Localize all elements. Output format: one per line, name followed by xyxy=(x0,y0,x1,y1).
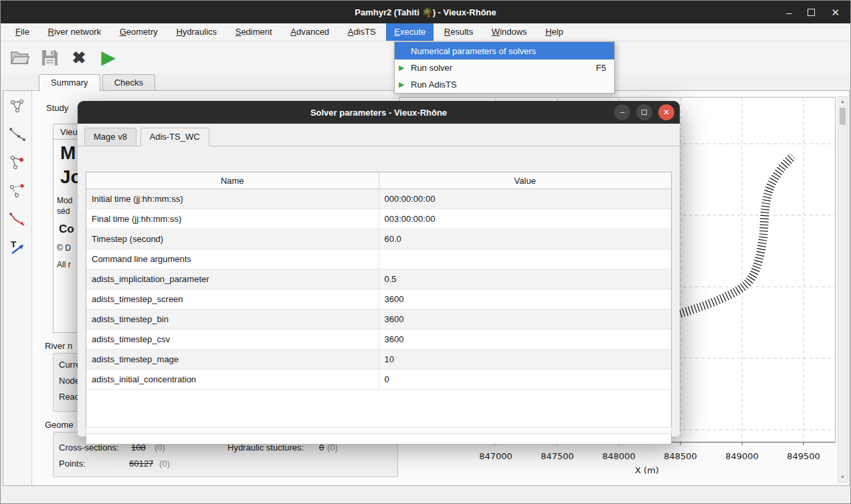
param-value[interactable]: 0.5 xyxy=(379,269,672,289)
param-value[interactable]: 3600 xyxy=(379,330,672,349)
profile-tool-button[interactable] xyxy=(6,123,29,146)
close-icon[interactable]: ✕ xyxy=(831,7,840,17)
param-value[interactable] xyxy=(379,249,672,269)
edit-nodes-icon xyxy=(9,154,26,171)
dialog-title: Solver parameters - Vieux-Rhône xyxy=(310,108,447,118)
menu-hydraulics[interactable]: Hydraulics xyxy=(168,23,225,41)
open-study-button[interactable] xyxy=(9,45,31,70)
maximize-icon xyxy=(642,110,647,115)
dialog-minimize-button[interactable]: – xyxy=(614,104,630,120)
param-name: adists_timestep_csv xyxy=(86,330,379,349)
study-subheading: Co xyxy=(59,223,74,236)
x-axis-label: X (m) xyxy=(635,465,659,475)
run-icon: ▶ xyxy=(101,48,116,67)
dialog-body: Mage v8 Adis-TS_WC Name Value Initial ti… xyxy=(78,124,680,436)
param-value[interactable]: 3600 xyxy=(379,309,672,329)
column-header-name[interactable]: Name xyxy=(86,172,379,188)
menu-results[interactable]: Results xyxy=(436,23,481,41)
dialog-maximize-button[interactable] xyxy=(636,104,652,120)
menu-item-run-solver[interactable]: ▶ Run solver F5 xyxy=(395,59,614,76)
slope-tool-button[interactable] xyxy=(6,209,29,231)
dialog-close-button[interactable]: ✕ xyxy=(658,104,674,120)
dialog-tab-bar: Mage v8 Adis-TS_WC xyxy=(78,124,680,146)
tab-adis-ts-wc[interactable]: Adis-TS_WC xyxy=(140,128,209,146)
menu-item-label: Run solver xyxy=(411,63,452,73)
x-tick-label: 849000 xyxy=(725,451,759,461)
dialog-window-controls: – ✕ xyxy=(614,104,674,120)
menu-river-network[interactable]: River network xyxy=(40,23,109,41)
table-row: adists_timestep_csv 3600 xyxy=(86,330,671,350)
table-row: Command line arguments xyxy=(86,249,671,269)
left-tool-strip: T xyxy=(3,91,32,485)
table-row: Initial time (jj:hh:mm:ss) 000:00:00:00 xyxy=(86,189,671,209)
param-name: Timestep (second) xyxy=(86,229,379,249)
menu-item-run-adists[interactable]: ▶ Run AdisTS xyxy=(395,76,614,93)
param-value[interactable]: 60.0 xyxy=(379,229,672,249)
menu-sediment[interactable]: Sediment xyxy=(227,23,280,41)
scrollbar-thumb[interactable] xyxy=(840,108,846,125)
scroll-up-icon[interactable]: ▲ xyxy=(838,98,847,106)
menu-geometry[interactable]: Geometry xyxy=(112,23,166,41)
menu-windows[interactable]: Windows xyxy=(484,23,535,41)
river-network-icon xyxy=(9,98,26,115)
solver-parameters-dialog: Solver parameters - Vieux-Rhône – ✕ Mage… xyxy=(78,101,680,436)
vertical-scrollbar[interactable]: ▲ ▼ xyxy=(838,96,848,483)
menu-file[interactable]: File xyxy=(7,23,37,41)
window-title: Pamhyr2 (Tahiti 🌴) - Vieux-Rhône xyxy=(355,7,496,17)
dialog-resize-strip[interactable] xyxy=(86,427,672,434)
menu-item-label: Numerical parameters of solvers xyxy=(411,46,536,56)
close-study-button[interactable]: ✖ xyxy=(68,45,90,70)
table-row: Timestep (second) 60.0 xyxy=(86,229,671,249)
edit-nodes-tool-button[interactable] xyxy=(6,151,29,174)
table-row: adists_timestep_mage 10 xyxy=(86,350,671,370)
scroll-down-icon[interactable]: ▼ xyxy=(838,473,847,481)
menu-help[interactable]: Help xyxy=(537,23,571,41)
param-name: Command line arguments xyxy=(86,249,379,269)
param-value[interactable]: 10 xyxy=(379,350,672,369)
maximize-icon[interactable] xyxy=(808,9,815,16)
study-rights: All r xyxy=(57,260,71,269)
points-label: Points: xyxy=(59,459,86,469)
study-heading-line1: M xyxy=(60,142,76,164)
menu-adists[interactable]: AdisTS xyxy=(340,23,384,41)
table-row: adists_implicitation_parameter 0.5 xyxy=(86,269,671,289)
menu-advanced[interactable]: Advanced xyxy=(282,23,337,41)
table-row: adists_timestep_screen 3600 xyxy=(86,289,671,309)
param-name: Final time (jj:hh:mm:ss) xyxy=(86,209,379,229)
minimize-icon: – xyxy=(620,108,625,116)
save-study-button[interactable] xyxy=(38,45,61,70)
tab-summary[interactable]: Summary xyxy=(39,74,100,92)
param-value[interactable]: 0 xyxy=(379,370,672,389)
study-desc-line1: Mod xyxy=(57,196,72,205)
param-name: adists_initial_concentration xyxy=(86,370,379,389)
menu-execute[interactable]: Execute xyxy=(386,23,434,41)
x-tick-label: 847500 xyxy=(541,451,574,461)
tab-mage-v8[interactable]: Mage v8 xyxy=(84,128,136,146)
minimize-icon[interactable]: – xyxy=(786,7,791,17)
x-tick-label: 849500 xyxy=(787,451,820,461)
param-name: adists_timestep_mage xyxy=(86,350,379,369)
x-tick-label: 848000 xyxy=(602,451,636,461)
column-header-value[interactable]: Value xyxy=(379,172,672,188)
slope-profile-icon xyxy=(9,211,26,229)
menu-bar: File River network Geometry Hydraulics S… xyxy=(1,23,850,41)
table-row: adists_timestep_bin 3600 xyxy=(86,309,671,330)
param-value[interactable]: 3600 xyxy=(379,289,672,309)
points-value: 60127 xyxy=(129,459,153,469)
network-tool-button[interactable] xyxy=(6,95,29,118)
param-name: adists_timestep_screen xyxy=(86,289,379,309)
menu-item-shortcut: F5 xyxy=(596,63,606,73)
execute-menu: Numerical parameters of solvers ▶ Run so… xyxy=(394,41,615,94)
translate-icon: T xyxy=(9,239,26,257)
tab-checks[interactable]: Checks xyxy=(102,74,155,91)
translate-tool-button[interactable]: T xyxy=(6,237,29,259)
run-solver-button[interactable]: ▶ xyxy=(97,45,120,70)
reach-tool-button[interactable] xyxy=(6,179,29,202)
param-value[interactable]: 000:00:00:00 xyxy=(379,189,672,209)
x-tick-label: 847000 xyxy=(479,451,512,461)
app-window: Pamhyr2 (Tahiti 🌴) - Vieux-Rhône – ✕ Fil… xyxy=(0,0,851,504)
open-folder-icon xyxy=(10,49,30,66)
menu-item-numerical-parameters[interactable]: Numerical parameters of solvers xyxy=(395,42,614,59)
param-value[interactable]: 003:00:00:00 xyxy=(379,209,672,229)
play-icon: ▶ xyxy=(399,64,411,72)
